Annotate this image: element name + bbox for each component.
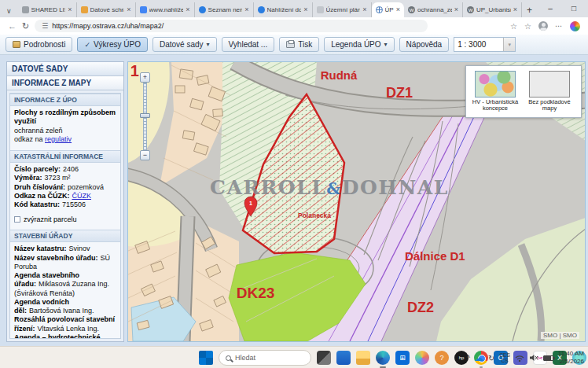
section-stavebni-urady: STAVEBNÍ ÚŘADY [10,230,120,242]
back-icon[interactable]: ← [8,21,17,31]
basemap-thumbnail-blank[interactable] [529,71,570,98]
language-indicator[interactable]: CES CS [499,352,509,364]
zoom-handle[interactable] [140,113,150,118]
wifi-icon[interactable] [515,354,524,362]
tab-nahlizeni-web[interactable]: www.nahlížen × [136,2,195,17]
profile-avatar-icon[interactable] [538,21,548,31]
cuzk-link[interactable]: ČÚZK [72,192,92,200]
browser-tab-bar: ∨ SHARED LIST × Datové schrá × www.nahlí… [0,0,588,17]
windows-taskbar: Hledat ⊞ ? hp O ✂ X A ^ ☁ ↻ CES CS [0,346,588,368]
tab-close-icon[interactable]: × [454,6,458,13]
get-help-icon[interactable]: ? [435,351,449,365]
tab-nahlizeni-do[interactable]: Nahlížení do × [254,2,313,17]
taskbar-search[interactable]: Hledat [219,350,311,366]
account-chip-icon[interactable] [570,21,580,31]
watermark: CARROLL&DOHNAL [210,176,449,199]
sheet-number: 1 [130,62,139,80]
browser-url-bar: ← ↻ ☰ https://mapy.ostrava.cz/uha/mapa2/… [0,17,588,35]
tab-close-icon[interactable]: × [362,6,366,13]
battery-icon[interactable] [543,355,553,361]
content-area: DATOVÉ SADY INFORMACE Z MAPY INFORMACE Z… [0,55,588,346]
clock[interactable]: 11:40 AM 2/5/2026 [558,350,584,365]
regulativ-link[interactable]: regulativ [45,135,72,143]
basemap-thumbnail-hv[interactable] [475,71,516,98]
zoom-in-button[interactable]: + [140,72,150,83]
tab-close-icon[interactable]: × [396,6,400,13]
scale-input[interactable] [454,38,503,51]
onedrive-icon[interactable]: ☁ [475,353,483,363]
map-viewport[interactable]: 1 CARROLL&DOHNAL Rudná DZ1 Dálnice D1 DZ… [127,61,586,342]
upo-subheading: ochranná zeleň [14,127,116,135]
podrobnosti-button[interactable]: Podrobnosti [6,37,72,52]
screen: ∨ SHARED LIST × Datové schrá × www.nahlí… [0,0,588,368]
upo-heading: Plochy s rozdílným způsobem využití [14,109,116,125]
microsoft-store-icon[interactable]: ⊞ [395,351,410,365]
upo-info: Plochy s rozdílným způsobem využití ochr… [10,106,120,147]
upo-link-prefix: odkaz na [14,135,45,143]
tab-up-active[interactable]: ÚP × [372,2,404,17]
wordpress-icon: W [408,6,415,13]
favorites-star-icon[interactable]: ☆ [524,22,531,31]
tab-close-icon[interactable]: × [513,6,517,13]
urady-info: Název katastru:Svinov Název stavebního ú… [10,242,120,339]
tab-close-icon[interactable]: × [244,6,248,13]
tab-search-chevron-icon[interactable]: ∨ [3,7,18,17]
mail-app-icon[interactable] [336,351,351,365]
start-button-icon[interactable] [199,351,213,365]
edge-browser-icon[interactable] [376,351,390,365]
minimize-button[interactable]: – [538,0,562,16]
tab-close-icon[interactable]: × [303,6,307,13]
parcel-area: 3723 m² [45,174,71,182]
highlight-parcel-checkbox[interactable] [14,216,20,223]
url-text: https://mapy.ostrava.cz/uha/mapa2/ [52,22,164,30]
label-dz1: DZ1 [386,85,413,101]
maximize-button[interactable]: □ [562,0,586,16]
address-bar[interactable]: ☰ https://mapy.ostrava.cz/uha/mapa2/ [35,20,428,32]
tisk-button[interactable]: Tisk [279,37,319,52]
site-info-icon[interactable]: ☰ [42,22,48,30]
scale-dropdown-icon[interactable]: ▾ [503,38,515,51]
hidden-icons-chevron[interactable]: ^ [467,354,470,362]
legenda-upo-button[interactable]: Legenda ÚPO ▾ [324,37,394,52]
file-explorer-icon[interactable] [356,351,370,365]
map-attribution: SMO | SMO [541,332,579,339]
scale-select: ▾ [454,37,516,52]
highlight-parcel-label: zvýraznit parcelu [24,215,77,223]
tab-favicon [22,6,29,13]
tab-seznam-nemovitosti[interactable]: Seznam nem × [195,2,254,17]
basemap-option-hv[interactable]: HV - Urbanistická koncepce [472,71,519,112]
tab-close-icon[interactable]: × [68,6,72,13]
browser-menu-icon[interactable]: ⋯ [555,22,563,30]
tab-close-icon[interactable]: × [186,6,189,13]
tab-datove-schranky[interactable]: Datové schrá × [77,2,136,17]
tab-close-icon[interactable]: × [127,6,130,13]
tab-favicon [317,6,324,13]
tab-up-urbanismus[interactable]: W UP_Urbanism × [463,2,522,17]
napoveda-button[interactable]: Nápověda [399,37,450,52]
accordion-informace-z-mapy[interactable]: INFORMACE Z MAPY [7,76,123,90]
printer-icon [286,41,295,48]
tab-shared-list[interactable]: SHARED LIST × [18,2,77,17]
search-icon [226,355,231,361]
copilot-icon[interactable] [415,351,429,365]
new-tab-button[interactable]: + [522,5,538,17]
sync-icon[interactable]: ↻ [488,354,494,362]
accordion-datove-sady[interactable]: DATOVÉ SADY [7,62,123,76]
zoom-track[interactable] [143,83,147,150]
tab-favicon [140,6,147,13]
tab-ochranna-zelen[interactable]: W ochranna_zel × [404,2,463,17]
vykresy-upo-button[interactable]: ✓ Výkresy ÚPO [77,37,148,52]
zoom-out-button[interactable]: − [140,150,150,160]
map-app-toolbar: Podrobnosti ✓ Výkresy ÚPO Datové sady ▾ … [0,35,588,55]
basemap-option-blank[interactable]: Bez podkladové mapy [526,71,573,112]
bookmark-star-icon[interactable]: ☆ [510,22,517,31]
volume-muted-icon[interactable] [529,354,538,362]
reload-icon[interactable]: ↻ [22,21,29,31]
search-placeholder: Hledat [235,354,255,362]
vyhledat-button[interactable]: Vyhledat ... [222,37,275,52]
parcel-number: 2406 [63,165,79,173]
task-view-icon[interactable] [317,351,331,365]
label-dz2: DZ2 [407,300,434,315]
datove-sady-button[interactable]: Datové sady ▾ [153,37,217,52]
tab-uzemni-plan[interactable]: Územní plán × [313,2,372,17]
